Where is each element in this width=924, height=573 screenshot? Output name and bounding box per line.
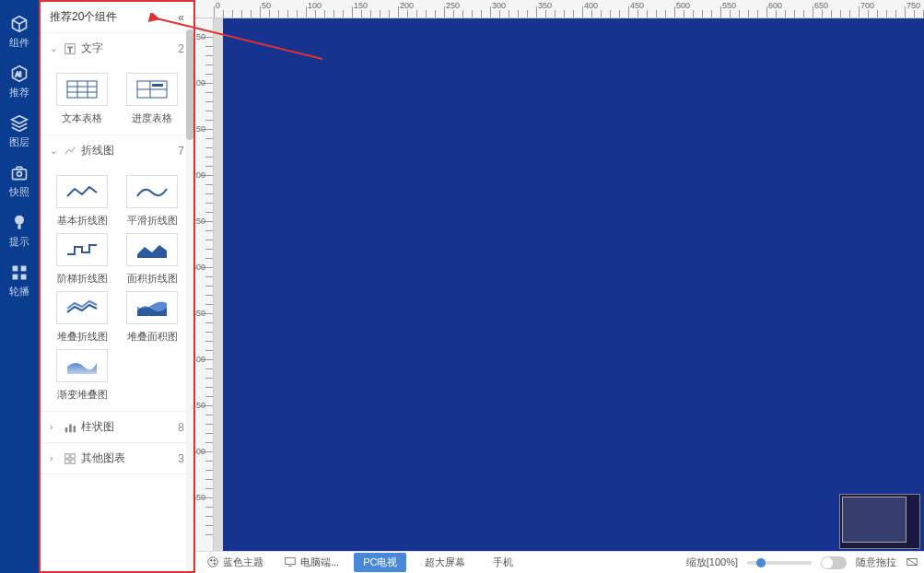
svg-line-36 [907,558,918,565]
grid-icon [10,263,29,282]
scroll-thumb[interactable] [186,29,193,140]
svg-point-29 [208,556,218,567]
device-label: 电脑端... [300,555,339,569]
svg-point-30 [210,559,212,561]
category-text: ⌄ T 文字 2 文本表格 进度表格 [41,33,193,135]
nav-label: 组件 [9,36,29,50]
category-other: › 其他图表 3 [41,443,193,474]
minimap-viewport[interactable] [842,497,906,543]
cube-ai-icon: AI [10,64,29,83]
component-step-line[interactable]: 阶梯折线图 [50,233,114,286]
drag-toggle[interactable] [821,556,847,569]
category-label: 柱状图 [81,419,114,435]
svg-point-3 [15,216,24,225]
expand-icon[interactable] [906,555,918,570]
zoom-slider[interactable] [747,561,812,565]
svg-rect-21 [65,427,68,432]
component-progress-table[interactable]: 进度表格 [120,73,184,125]
svg-marker-20 [137,245,167,258]
line-components-grid: 基本折线图 平滑折线图 阶梯折线图 面积折线图 堆叠折线图 [41,166,193,411]
component-label: 面积折线图 [127,272,178,286]
component-gradient-stacked[interactable]: 渐变堆叠图 [50,349,114,402]
screen-tab-pc[interactable]: PC电视 [354,553,406,572]
category-header-line[interactable]: ⌄ 折线图 7 [41,135,193,166]
svg-rect-25 [71,453,75,457]
category-header-other[interactable]: › 其他图表 3 [41,443,193,474]
svg-rect-7 [13,275,18,280]
zoom-handle[interactable] [756,558,766,567]
component-smooth-line[interactable]: 平滑折线图 [120,175,184,228]
component-stacked-line[interactable]: 堆叠折线图 [50,291,114,344]
nav-item-carousel[interactable]: 轮播 [0,256,39,306]
screen-tab-mobile[interactable]: 手机 [484,553,522,572]
stacked-line-icon [56,291,108,324]
category-count: 2 [178,42,184,55]
category-header-text[interactable]: ⌄ T 文字 2 [41,33,193,64]
text-components-grid: 文本表格 进度表格 [41,64,193,134]
vertical-ruler: 50100150200250300350400450500550 [195,18,214,573]
nav-label: 快照 [9,185,29,199]
line-chart-icon [64,145,76,158]
device-selector[interactable]: 电脑端... [278,554,345,572]
collapse-panel-icon[interactable]: « [178,11,184,24]
svg-rect-5 [13,266,18,272]
bottom-status-bar: 蓝色主题 电脑端... PC电视 超大屏幕 手机 缩放[100%] 随意拖拉 [195,551,924,573]
nav-item-hints[interactable]: 提示 [0,206,39,256]
category-line: ⌄ 折线图 7 基本折线图 平滑折线图 阶梯折线图 [41,135,193,412]
category-label: 折线图 [81,143,114,158]
svg-text:T: T [67,44,73,53]
nav-item-layers[interactable]: 图层 [0,107,39,157]
svg-rect-26 [65,459,69,462]
minimap[interactable] [839,494,920,549]
screen-tab-large[interactable]: 超大屏幕 [415,553,474,572]
nav-label: 轮播 [9,285,29,298]
component-label: 堆叠折线图 [57,330,108,344]
palette-icon [206,555,219,570]
category-label: 其他图表 [81,450,125,466]
category-label: 文字 [81,41,103,56]
svg-rect-1 [13,170,27,180]
nav-item-recommend[interactable]: AI 推荐 [0,57,39,107]
text-table-icon [56,73,108,106]
panel-header: 推荐20个组件 « [41,2,193,33]
svg-rect-19 [152,84,163,87]
theme-selector[interactable]: 蓝色主题 [201,554,269,572]
zoom-label: 缩放[100%] [686,555,738,569]
component-basic-line[interactable]: 基本折线图 [50,175,114,228]
svg-point-32 [214,562,216,564]
hint-icon [10,214,29,232]
svg-rect-6 [21,266,27,272]
area-line-icon [126,233,178,266]
category-count: 8 [178,421,184,434]
stacked-area-icon [126,291,178,324]
svg-rect-22 [69,424,72,432]
component-text-table[interactable]: 文本表格 [50,73,114,125]
component-label: 堆叠面积图 [127,330,178,344]
nav-item-components[interactable]: 组件 [0,7,39,57]
category-bar: › 柱状图 8 [41,412,193,443]
nav-item-snapshot[interactable]: 快照 [0,157,39,206]
svg-rect-24 [65,453,69,457]
component-stacked-area[interactable]: 堆叠面积图 [120,291,184,344]
chevron-right-icon: › [50,453,59,463]
nav-label: 图层 [9,135,29,149]
nav-label: 提示 [9,235,29,249]
canvas-content[interactable] [223,18,924,553]
component-label: 进度表格 [132,111,172,125]
toggle-knob [822,557,833,568]
chevron-down-icon: ⌄ [50,146,59,156]
horizontal-ruler: 0501001502002503003504004505005506006507… [195,0,924,18]
monitor-icon [284,555,297,570]
component-label: 平滑折线图 [127,214,178,228]
chevron-down-icon: ⌄ [50,43,59,53]
component-area-line[interactable]: 面积折线图 [120,233,184,286]
svg-text:AI: AI [16,71,21,77]
panel-scrollbar[interactable] [186,29,193,571]
camera-icon [10,164,29,182]
svg-rect-8 [21,275,27,280]
text-icon: T [64,42,76,55]
canvas-viewport[interactable] [214,18,924,573]
panel-title: 推荐20个组件 [50,9,117,25]
nav-label: 推荐 [9,86,29,99]
category-header-bar[interactable]: › 柱状图 8 [41,412,193,442]
